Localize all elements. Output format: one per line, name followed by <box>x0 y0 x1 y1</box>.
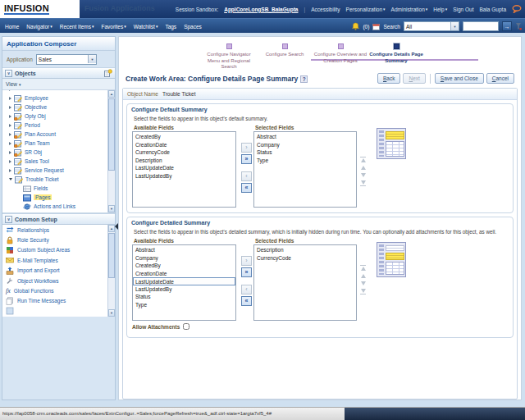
scrollbar-thumb[interactable] <box>108 98 115 171</box>
collapse-chevron-icon[interactable] <box>5 70 12 77</box>
new-object-icon[interactable] <box>103 69 112 78</box>
bell-icon[interactable] <box>352 22 359 30</box>
administration-menu[interactable]: Administration <box>391 7 428 12</box>
field-option[interactable]: CreatedBy <box>133 133 235 141</box>
field-option[interactable]: CreationDate <box>133 141 235 149</box>
menu-home[interactable]: Home <box>5 24 19 30</box>
allow-attachments-checkbox[interactable] <box>183 323 189 330</box>
menu-recent-items[interactable]: Recent Items <box>60 24 94 30</box>
common-list-scrollbar[interactable]: ▲ ▼ <box>107 225 115 317</box>
list-item[interactable]: Global Functions <box>2 285 115 295</box>
field-option[interactable]: CreatedBy <box>133 262 235 270</box>
advanced-search-icon[interactable] <box>515 22 522 30</box>
back-button[interactable]: Back <box>377 73 400 84</box>
collapse-chevron-icon[interactable] <box>5 216 12 223</box>
collapse-arrow-icon[interactable] <box>9 178 12 180</box>
menu-tags[interactable]: Tags <box>165 24 176 30</box>
move-all-icon[interactable] <box>241 267 252 277</box>
expand-arrow-icon[interactable] <box>9 124 11 127</box>
menu-spaces[interactable]: Spaces <box>184 24 202 30</box>
calendar-icon[interactable] <box>372 23 380 30</box>
scrollbar-thumb[interactable] <box>108 233 115 278</box>
move-to-bottom-icon[interactable] <box>360 289 366 294</box>
train-step-4-current[interactable]: Configure Details Page Summary <box>368 43 424 71</box>
expand-arrow-icon[interactable] <box>9 151 11 154</box>
tree-item-fields[interactable]: Fields <box>2 184 115 193</box>
train-step-1[interactable]: Configure Navigator Menu and Regional Se… <box>201 43 257 71</box>
save-and-close-button[interactable]: Save and Close <box>435 73 484 84</box>
move-to-bottom-icon[interactable] <box>360 180 366 186</box>
tree-item[interactable]: Service Request <box>2 166 115 175</box>
remove-all-icon[interactable] <box>241 183 252 193</box>
list-item-clipped[interactable] <box>2 306 115 316</box>
move-to-top-icon[interactable] <box>360 265 366 271</box>
move-to-top-icon[interactable] <box>360 157 366 162</box>
field-option[interactable]: Type <box>133 301 235 309</box>
menu-watchlist[interactable]: Watchlist <box>134 24 158 30</box>
list-item[interactable]: E-Mail Templates <box>2 255 115 265</box>
tree-scrollbar[interactable]: ▲ ▼ <box>107 90 115 212</box>
tree-item[interactable]: Employee <box>2 94 115 103</box>
expand-arrow-icon[interactable] <box>9 97 11 100</box>
expand-arrow-icon[interactable] <box>9 90 11 91</box>
tree-item[interactable]: Plan Account <box>2 130 115 139</box>
field-option[interactable]: Status <box>133 293 235 301</box>
tree-item[interactable]: SR Obj <box>2 148 115 157</box>
remove-all-icon[interactable] <box>241 296 252 306</box>
field-option[interactable]: LastUpdatedBy <box>133 172 235 180</box>
tree-item[interactable]: Plan Team <box>2 139 115 148</box>
expand-arrow-icon[interactable] <box>9 133 11 136</box>
field-option[interactable]: Description <box>133 157 235 165</box>
search-go-button[interactable] <box>502 21 512 31</box>
accessibility-link[interactable]: Accessibility <box>311 7 340 12</box>
list-item[interactable]: Relationships <box>2 225 115 235</box>
expand-arrow-icon[interactable] <box>9 106 11 109</box>
list-item[interactable]: Import and Export <box>2 266 115 276</box>
remove-selected-icon[interactable] <box>241 171 252 181</box>
move-down-icon[interactable] <box>361 173 366 177</box>
objects-panel-header[interactable]: Objects <box>2 67 115 79</box>
tree-item[interactable]: Opty Obj <box>2 112 115 121</box>
expand-arrow-icon[interactable] <box>9 169 11 172</box>
tree-item-pages-selected[interactable]: Pages <box>2 193 115 202</box>
chevron-down-icon[interactable] <box>88 55 96 63</box>
view-menu-button[interactable]: View <box>6 81 17 87</box>
selected-fields-listbox[interactable]: DescriptionCurrencyCode <box>253 244 357 321</box>
field-option[interactable]: CurrencyCode <box>254 254 356 262</box>
move-all-icon[interactable] <box>241 154 252 164</box>
train-step-square-icon[interactable] <box>226 43 232 49</box>
expand-arrow-icon[interactable] <box>9 142 11 145</box>
selected-fields-listbox[interactable]: AbstractCompanyStatusType <box>253 131 357 208</box>
cancel-button[interactable]: Cancel <box>486 73 514 84</box>
move-up-icon[interactable] <box>361 166 366 170</box>
help-icon[interactable] <box>300 75 308 83</box>
tree-item[interactable]: Sales Tool <box>2 157 115 166</box>
scroll-up-icon[interactable]: ▲ <box>108 225 115 232</box>
move-selected-icon[interactable] <box>241 143 252 153</box>
scroll-down-icon[interactable]: ▼ <box>108 309 115 317</box>
scroll-up-icon[interactable]: ▲ <box>108 90 115 98</box>
field-option[interactable]: Company <box>254 141 356 149</box>
remove-selected-icon[interactable] <box>241 285 252 294</box>
list-item[interactable]: Custom Subject Areas <box>2 245 115 255</box>
list-item[interactable]: Role Security <box>2 235 115 244</box>
field-option[interactable]: CreationDate <box>133 270 235 278</box>
common-setup-header[interactable]: Common Setup <box>2 213 115 225</box>
move-down-icon[interactable] <box>361 281 366 285</box>
scroll-down-icon[interactable]: ▼ <box>108 205 115 212</box>
available-fields-listbox[interactable]: AbstractCompanyCreatedByCreationDateLast… <box>132 244 236 321</box>
tree-item-expanded[interactable]: Trouble Ticket <box>2 175 115 184</box>
field-option[interactable]: LastUpdateDate <box>133 164 235 172</box>
menu-favorites[interactable]: Favorites <box>102 24 126 30</box>
field-option[interactable]: Company <box>133 254 235 262</box>
list-item[interactable]: Run Time Messages <box>2 296 115 306</box>
expand-arrow-icon[interactable] <box>9 160 11 163</box>
tree-item-actions-and-links[interactable]: Actions and Links <box>2 202 115 211</box>
personalization-menu[interactable]: Personalization <box>346 7 386 12</box>
train-step-square-icon[interactable] <box>282 43 288 49</box>
field-option[interactable]: Type <box>254 157 356 165</box>
train-step-square-icon[interactable] <box>394 43 399 49</box>
tree-item-security[interactable]: Security <box>2 211 115 213</box>
available-fields-listbox[interactable]: CreatedByCreationDateCurrencyCodeDescrip… <box>132 131 236 208</box>
field-option[interactable]: CurrencyCode <box>133 148 235 157</box>
